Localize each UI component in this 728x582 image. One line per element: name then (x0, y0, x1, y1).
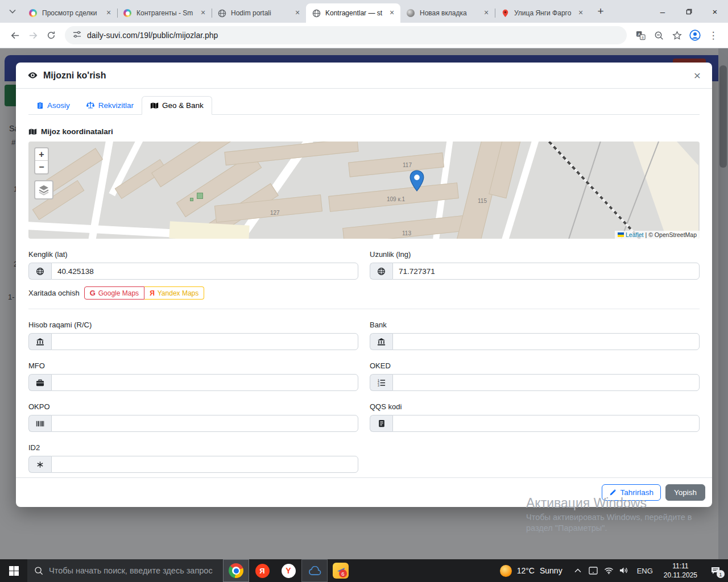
window-restore-button[interactable] (676, 0, 702, 23)
address-bar[interactable]: daily-suvi.com/19l/public/mijozlar.php (65, 26, 627, 44)
tab-geo-bank-active[interactable]: Geo & Bank (142, 96, 212, 115)
taskbar-right: 12°C Sunny ENG 11:11 20.11.2025 1 (492, 559, 728, 582)
svg-text:3: 3 (378, 383, 379, 386)
modal-body: Asosiy Rekvizitlar Geo & Bank (16, 89, 712, 477)
browser-menu-icon[interactable]: ⋮ (704, 26, 722, 44)
browser-tab-3[interactable]: Hodim portali × (212, 3, 306, 23)
sun-icon (500, 565, 512, 577)
oked-input[interactable] (392, 374, 700, 391)
qqs-input[interactable] (392, 415, 700, 432)
tab-close-icon[interactable]: × (104, 8, 114, 18)
taskbar-yandex[interactable]: Y (275, 559, 301, 582)
tab-close-icon[interactable]: × (198, 8, 208, 18)
map-location-marker[interactable] (409, 170, 425, 194)
amocrm-favicon (28, 9, 38, 18)
tab-title: Просмотр сделки (42, 9, 104, 17)
browser-tab-4-active[interactable]: Kontragentlar — st × (306, 3, 400, 23)
tab-asosiy[interactable]: Asosiy (28, 96, 78, 115)
refresh-icon[interactable] (42, 26, 60, 44)
lng-input[interactable] (392, 263, 700, 280)
geo-bank-form: Kenglik (lat) Uzunlik (lng) (16, 239, 712, 477)
map-layers-control[interactable] (34, 180, 53, 199)
search-placeholder: Чтобы начать поиск, введите здесь запрос (49, 566, 213, 575)
view-client-modal: Mijozni ko'rish × Asosiy Rekv (16, 63, 712, 507)
oked-label: OKED (370, 361, 700, 370)
globe-icon (28, 263, 51, 280)
forward-icon[interactable] (24, 26, 42, 44)
tab-title: Улица Янги Фарго (514, 9, 576, 17)
leaflet-link[interactable]: Leaflet (626, 231, 644, 238)
window-minimize-button[interactable]: – (650, 0, 676, 23)
window-close-button[interactable]: × (702, 0, 728, 23)
bookmark-star-icon[interactable] (668, 26, 686, 44)
ukraine-flag-icon (618, 232, 624, 237)
map-path-line (567, 142, 602, 239)
new-tab-button[interactable]: + (593, 3, 609, 19)
tab-label: Geo & Bank (162, 101, 204, 110)
window-controls: – × (650, 0, 728, 23)
id2-input[interactable] (51, 456, 358, 473)
mfo-input[interactable] (51, 374, 358, 391)
account-input[interactable] (51, 333, 358, 350)
map-icon (150, 102, 159, 109)
browser-tab-5[interactable]: Новая вкладка × (400, 3, 495, 23)
taskbar-weather[interactable]: 12°C Sunny (492, 565, 570, 577)
map-building-label: 109 к.1 (387, 196, 405, 202)
map-building-label: 115 (478, 198, 487, 204)
browser-tab-2[interactable]: Контрагенты - Sm × (117, 3, 212, 23)
search-icon (34, 566, 43, 575)
start-button[interactable] (0, 559, 27, 582)
tray-wifi-icon[interactable] (601, 559, 617, 582)
yandex-maps-button[interactable]: Я Yandex Maps (144, 286, 204, 300)
modal-tab-bar: Asosiy Rekvizitlar Geo & Bank (28, 95, 700, 115)
site-settings-icon[interactable] (73, 30, 81, 41)
translate-icon[interactable]: Aa (631, 26, 650, 44)
okpo-input[interactable] (51, 415, 358, 432)
taskbar-search[interactable]: Чтобы начать поиск, введите здесь запрос (27, 559, 223, 582)
osm-link[interactable]: © OpenStreetMap (648, 231, 697, 238)
amocrm-badge: 6 (339, 569, 347, 577)
attribution-separator: | (645, 231, 647, 238)
zoom-out-page-icon[interactable] (650, 26, 668, 44)
taskbar-yandex-browser[interactable]: Я (249, 559, 275, 582)
profile-avatar[interactable] (686, 26, 704, 44)
taskbar-amocrm[interactable]: 6 (328, 559, 354, 582)
close-button[interactable]: Yopish (665, 484, 705, 501)
tab-search-chevron-icon[interactable] (5, 3, 20, 19)
lat-input[interactable] (51, 263, 358, 280)
tray-language[interactable]: ENG (632, 567, 658, 575)
tab-label: Asosiy (47, 101, 70, 110)
tray-chevron-up-icon[interactable] (570, 559, 586, 582)
map-zoom-out-button[interactable]: − (35, 161, 48, 173)
google-maps-button[interactable]: G Google Maps (84, 286, 145, 300)
google-g-icon: G (90, 289, 96, 297)
tab-close-icon[interactable]: × (292, 8, 303, 18)
tab-close-icon[interactable]: × (387, 8, 397, 18)
url-text[interactable]: daily-suvi.com/19l/public/mijozlar.php (87, 31, 218, 40)
edit-button[interactable]: Tahrirlash (602, 484, 661, 501)
tray-clock[interactable]: 11:11 20.11.2025 (658, 562, 703, 580)
modal-close-icon[interactable]: × (694, 69, 701, 81)
map-zoom-in-button[interactable]: + (35, 148, 48, 161)
back-icon[interactable] (6, 26, 24, 44)
modal-footer: Tahrirlash Yopish (16, 477, 712, 507)
tray-volume-icon[interactable] (617, 559, 632, 582)
cloud-icon (308, 566, 322, 576)
tab-rekvizitlar[interactable]: Rekvizitlar (78, 96, 142, 115)
receipt-icon (370, 415, 392, 432)
browser-tab-1[interactable]: Просмотр сделки × (23, 3, 117, 23)
bank-input[interactable] (392, 333, 700, 350)
tray-tablet-icon[interactable] (586, 559, 601, 582)
tab-close-icon[interactable]: × (576, 8, 586, 18)
eye-icon (27, 70, 38, 81)
map-building-label: 113 (402, 230, 411, 236)
yandex-maps-label: Yandex Maps (158, 289, 199, 297)
taskbar-cloud-app[interactable] (301, 559, 328, 582)
tab-close-icon[interactable]: × (481, 8, 491, 18)
action-center-button[interactable]: 1 (703, 559, 728, 582)
tray-date: 20.11.2025 (664, 571, 697, 580)
map-landuse (169, 221, 249, 239)
browser-tab-6[interactable]: Улица Янги Фарго × (495, 3, 589, 23)
taskbar-chrome[interactable] (223, 559, 249, 582)
leaflet-map[interactable]: 91 117 127 109 к.1 115 113 + − (28, 142, 700, 239)
